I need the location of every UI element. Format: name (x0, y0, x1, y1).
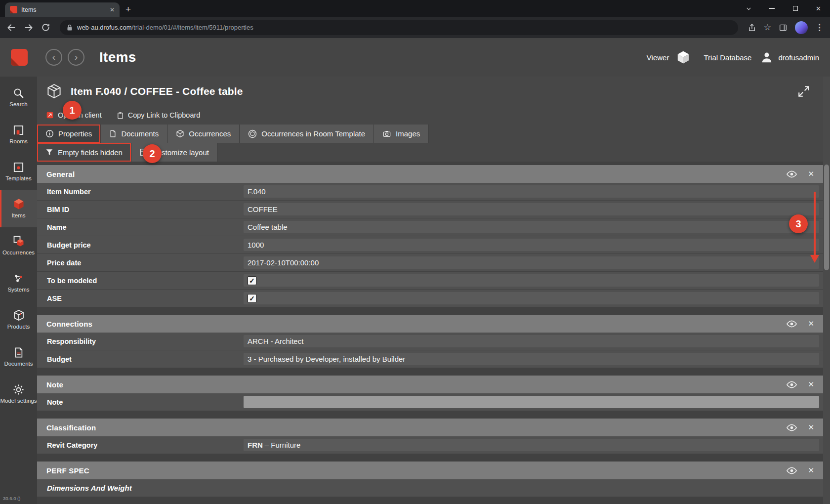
eye-icon[interactable] (787, 381, 797, 388)
property-value: COFFEE (244, 203, 819, 215)
app-forward-button[interactable]: › (68, 49, 84, 66)
property-row: Budget3 - Purchased by Developer, instal… (37, 350, 823, 368)
bookmark-star-icon[interactable]: ☆ (764, 22, 771, 33)
property-value: ✓ (244, 292, 819, 304)
back-icon[interactable] (6, 23, 16, 33)
info-icon (45, 129, 54, 138)
window-minimize-button[interactable] (760, 0, 784, 17)
sidebar-items: SearchRoomsTemplatesItemsOccurrencesSyst… (0, 79, 37, 413)
section-note: Note✕Note (37, 376, 823, 411)
profile-avatar[interactable] (795, 21, 808, 34)
window-maximize-button[interactable] (784, 0, 807, 17)
property-row: Budget price1000 (37, 236, 823, 254)
section-connections: Connections✕ResponsibilityARCH - Archite… (37, 315, 823, 368)
tab-documents[interactable]: Documents (101, 125, 167, 143)
section-close-icon[interactable]: ✕ (808, 319, 814, 328)
sidebar-item-items[interactable]: Items (0, 190, 37, 227)
sidebar-item-systems[interactable]: Systems (0, 264, 37, 301)
cube-circle-icon (248, 129, 257, 138)
eye-icon[interactable] (787, 320, 797, 328)
database-label[interactable]: Trial Database (704, 53, 751, 62)
property-row: Note (37, 393, 823, 411)
section-close-icon[interactable]: ✕ (808, 380, 814, 389)
checkbox[interactable]: ✓ (248, 294, 256, 303)
history-buttons: ‹ › (45, 49, 84, 66)
search-icon (13, 87, 24, 99)
section-close-icon[interactable]: ✕ (808, 423, 814, 432)
property-value: 1000 (244, 239, 819, 251)
systems-icon (13, 273, 24, 284)
property-label: ASE (37, 294, 244, 302)
tab-bar-tabs: PropertiesDocumentsOccurrencesOccurrence… (37, 125, 823, 143)
empty-fields-label: Empty fields hidden (58, 148, 123, 157)
side-panel-icon[interactable] (779, 24, 788, 32)
copy-link-button[interactable]: Copy Link to Clipboard (117, 111, 201, 120)
scrollbar[interactable] (823, 77, 830, 504)
section-header-icons: ✕ (787, 423, 814, 432)
property-row: ResponsibilityARCH - Architect (37, 333, 823, 350)
sidebar-item-occurrences[interactable]: Occurrences (0, 227, 37, 264)
expand-icon[interactable] (797, 85, 810, 98)
sidebar-item-products[interactable]: Products (0, 301, 37, 338)
app-back-button[interactable]: ‹ (45, 49, 62, 66)
sidebar-item-templates[interactable]: Templates (0, 153, 37, 190)
scrollbar-thumb[interactable] (824, 165, 829, 270)
open-in-client-icon (46, 111, 54, 119)
tab-properties[interactable]: Properties (37, 125, 101, 143)
empty-fields-hidden-button[interactable]: Empty fields hidden (37, 143, 131, 162)
section-title: PERF SPEC (46, 466, 89, 475)
tab-images[interactable]: Images (374, 125, 429, 143)
item-title-bar: Item F.040 / COFFEE - Coffee table (37, 77, 823, 106)
sidebar-item-label: Search (9, 101, 27, 108)
sidebar-item-label: Model settings (0, 398, 37, 404)
tab-occurrences-room-template[interactable]: Occurrences in Room Template (240, 125, 374, 143)
username-label[interactable]: drofusadmin (778, 53, 819, 62)
eye-icon[interactable] (787, 467, 797, 474)
viewer-cube-icon[interactable] (676, 50, 691, 65)
sidebar-item-search[interactable]: Search (0, 79, 37, 116)
tab-close-icon[interactable]: ✕ (110, 6, 115, 13)
annotation-step-1: 1 (63, 101, 82, 120)
new-tab-button[interactable]: + (125, 4, 131, 15)
section-close-icon[interactable]: ✕ (808, 169, 814, 178)
eye-icon[interactable] (787, 170, 797, 178)
model-settings-icon (13, 384, 24, 395)
browser-menu-icon[interactable]: ⋮ (815, 22, 824, 33)
window-menu-chevron-icon[interactable] (737, 0, 760, 17)
sidebar-item-label: Rooms (9, 138, 27, 145)
user-icon[interactable] (760, 51, 773, 64)
property-value: ✓ (244, 274, 819, 287)
tab-label: Occurrences in Room Template (261, 129, 365, 138)
section-close-icon[interactable]: ✕ (808, 466, 814, 475)
main-content: Item F.040 / COFFEE - Coffee table Open … (37, 77, 823, 504)
checkbox[interactable]: ✓ (248, 276, 256, 285)
browser-tab[interactable]: Items ✕ (5, 2, 120, 17)
reload-icon[interactable] (41, 23, 50, 32)
share-icon[interactable] (747, 23, 756, 32)
sidebar-item-model-settings[interactable]: Model settings (0, 376, 37, 413)
sidebar-item-documents[interactable]: Documents (0, 338, 37, 376)
sidebar-item-rooms[interactable]: Rooms (0, 116, 37, 153)
drofus-favicon-icon (10, 6, 17, 13)
camera-icon (382, 130, 391, 138)
role-label: Viewer (647, 53, 669, 62)
header-right: Viewer Trial Database drofusadmin (647, 50, 823, 65)
address-bar[interactable]: web-au.drofus.com/trial-demo/01/#/items/… (60, 20, 738, 35)
section-title: General (46, 170, 75, 178)
property-label: Budget (37, 355, 244, 363)
note-input[interactable] (244, 396, 819, 408)
document-icon (109, 129, 117, 138)
tab-label: Occurrences (189, 129, 231, 138)
tab-occurrences[interactable]: Occurrences (167, 125, 240, 143)
forward-icon[interactable] (24, 23, 34, 33)
rooms-icon (13, 125, 24, 136)
window-close-button[interactable]: ✕ (807, 0, 830, 17)
property-row: To be modeled✓ (37, 272, 823, 290)
page-title: Items (99, 49, 136, 65)
eye-icon[interactable] (787, 424, 797, 431)
property-value-text: 3 - Purchased by Developer, installed by… (248, 355, 405, 363)
section-header: General✕ (37, 165, 823, 183)
sidebar-item-label: Occurrences (2, 250, 35, 256)
sidebar: SearchRoomsTemplatesItemsOccurrencesSyst… (0, 77, 37, 504)
property-row: Dimensions And Weight (37, 479, 823, 497)
